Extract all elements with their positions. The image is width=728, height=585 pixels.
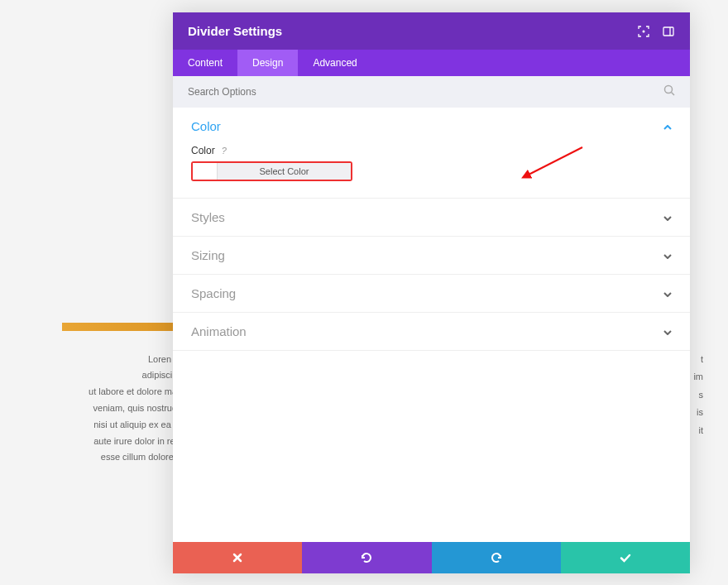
color-field-label: Color [191,145,215,156]
modal-header: Divider Settings [173,12,690,50]
settings-modal: Divider Settings Content Design Advanced [173,12,690,573]
search-input[interactable] [188,86,663,98]
section-header-animation[interactable]: Animation [173,313,690,350]
section-header-styles[interactable]: Styles [173,199,690,236]
chevron-up-icon [663,122,672,132]
search-bar [173,76,690,108]
section-color: Color Color ? Select Color [173,108,690,199]
header-icons [637,25,675,38]
chevron-down-icon [663,327,672,337]
help-icon[interactable]: ? [222,146,227,156]
section-animation: Animation [173,313,690,351]
modal-body: Color Color ? Select Color [173,108,690,542]
modal-title: Divider Settings [188,24,282,38]
section-header-color[interactable]: Color [173,108,690,145]
tab-content[interactable]: Content [173,50,237,76]
tab-advanced[interactable]: Advanced [298,50,371,76]
svg-line-4 [672,93,675,96]
section-title-color: Color [191,119,221,133]
section-styles: Styles [173,199,690,237]
chevron-down-icon [663,213,672,223]
panel-icon[interactable] [662,25,675,38]
tabs-bar: Content Design Advanced [173,50,690,76]
section-sizing: Sizing [173,237,690,275]
section-title-animation: Animation [191,324,247,338]
section-title-styles: Styles [191,210,225,224]
chevron-down-icon [663,251,672,261]
undo-button[interactable] [302,542,431,573]
search-icon[interactable] [663,84,675,99]
section-header-sizing[interactable]: Sizing [173,237,690,274]
modal-footer [173,542,690,573]
redo-button[interactable] [432,542,561,573]
select-color-label: Select Color [218,163,351,180]
color-swatch [193,163,218,180]
lorem-paragraph-right-edge: t im s is it [693,351,703,439]
svg-rect-1 [663,27,673,36]
tab-design[interactable]: Design [237,50,298,76]
section-spacing: Spacing [173,275,690,313]
section-title-spacing: Spacing [191,286,236,300]
svg-point-0 [643,30,645,32]
svg-point-3 [665,86,673,94]
color-picker-button[interactable]: Select Color [191,161,352,181]
fullscreen-icon[interactable] [637,25,650,38]
chevron-down-icon [663,289,672,299]
save-button[interactable] [561,542,690,573]
color-field-label-row: Color ? [191,145,672,156]
cancel-button[interactable] [173,542,302,573]
section-title-sizing: Sizing [191,248,225,262]
section-header-spacing[interactable]: Spacing [173,275,690,312]
section-content-color: Color ? Select Color [173,145,690,198]
